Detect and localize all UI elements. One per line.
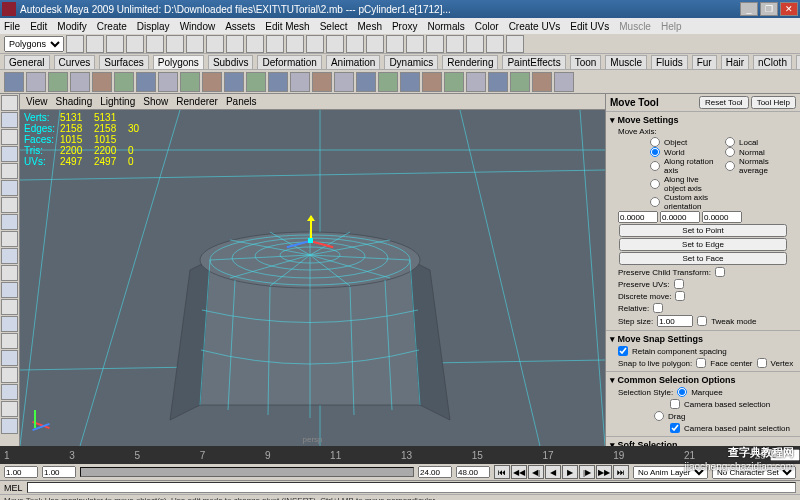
toolbar-icon[interactable] bbox=[106, 35, 124, 53]
toolbar-icon[interactable] bbox=[446, 35, 464, 53]
shelf-tab-fur[interactable]: Fur bbox=[692, 55, 717, 69]
toolbar-icon[interactable] bbox=[146, 35, 164, 53]
range-out-field[interactable] bbox=[418, 466, 452, 478]
minimize-button[interactable]: _ bbox=[740, 2, 758, 16]
toolbar-icon[interactable] bbox=[326, 35, 344, 53]
axis-radio[interactable] bbox=[650, 137, 660, 147]
reset-tool-button[interactable]: Reset Tool bbox=[699, 96, 749, 109]
shelf-tab-muscle[interactable]: Muscle bbox=[605, 55, 647, 69]
retain-spacing-check[interactable] bbox=[618, 346, 628, 356]
menu-proxy[interactable]: Proxy bbox=[392, 21, 418, 32]
axis-z-field[interactable] bbox=[702, 211, 742, 223]
play-back-button[interactable]: ◀ bbox=[545, 465, 561, 479]
axis-y[interactable] bbox=[310, 216, 312, 240]
toolbar-icon[interactable] bbox=[366, 35, 384, 53]
set-to-point-button[interactable]: Set to Point bbox=[619, 224, 786, 237]
axis-radio[interactable] bbox=[650, 147, 660, 157]
prev-key-button[interactable]: ◀| bbox=[528, 465, 544, 479]
toolbox-icon[interactable] bbox=[1, 180, 18, 196]
time-slider[interactable]: 1357911131517192123 bbox=[0, 446, 800, 464]
set-to-edge-button[interactable]: Set to Edge bbox=[619, 238, 786, 251]
axis-radio[interactable] bbox=[725, 161, 735, 171]
shelf-tab-fluids[interactable]: Fluids bbox=[651, 55, 688, 69]
shelf-tab-dynamics[interactable]: Dynamics bbox=[384, 55, 438, 69]
axis-center[interactable] bbox=[308, 238, 313, 243]
menu-edit-mesh[interactable]: Edit Mesh bbox=[265, 21, 309, 32]
toolbox-icon[interactable] bbox=[1, 129, 18, 145]
shelf-tab-surfaces[interactable]: Surfaces bbox=[99, 55, 148, 69]
shelf-icon[interactable] bbox=[334, 72, 354, 92]
go-end-button[interactable]: ⏭ bbox=[613, 465, 629, 479]
toolbar-icon[interactable] bbox=[306, 35, 324, 53]
range-in-field[interactable] bbox=[42, 466, 76, 478]
tool-help-button[interactable]: Tool Help bbox=[751, 96, 796, 109]
toolbar-icon[interactable] bbox=[346, 35, 364, 53]
toolbox-icon[interactable] bbox=[1, 299, 18, 315]
shelf-icon[interactable] bbox=[510, 72, 530, 92]
shelf-tab-deformation[interactable]: Deformation bbox=[257, 55, 321, 69]
step-fwd-button[interactable]: ▶▶ bbox=[596, 465, 612, 479]
vp-menu-lighting[interactable]: Lighting bbox=[100, 96, 135, 107]
toolbox-icon[interactable] bbox=[1, 282, 18, 298]
range-start-field[interactable] bbox=[4, 466, 38, 478]
preserve-uv-check[interactable] bbox=[674, 279, 684, 289]
shelf-tab-polygons[interactable]: Polygons bbox=[153, 55, 204, 69]
shelf-tab-custom[interactable]: Custom bbox=[796, 55, 800, 69]
toolbar-icon[interactable] bbox=[286, 35, 304, 53]
maximize-button[interactable]: ❐ bbox=[760, 2, 778, 16]
mode-dropdown[interactable]: Polygons bbox=[4, 36, 64, 52]
toolbox-icon[interactable] bbox=[1, 197, 18, 213]
shelf-tab-toon[interactable]: Toon bbox=[570, 55, 602, 69]
menu-mesh[interactable]: Mesh bbox=[357, 21, 381, 32]
cam-sel-check[interactable] bbox=[670, 399, 680, 409]
toolbar-icon[interactable] bbox=[246, 35, 264, 53]
toolbox-icon[interactable] bbox=[1, 401, 18, 417]
preserve-child-check[interactable] bbox=[715, 267, 725, 277]
toolbar-icon[interactable] bbox=[126, 35, 144, 53]
shelf-icon[interactable] bbox=[246, 72, 266, 92]
toolbar-icon[interactable] bbox=[206, 35, 224, 53]
toolbox-icon[interactable] bbox=[1, 265, 18, 281]
shelf-icon[interactable] bbox=[400, 72, 420, 92]
vertex-check[interactable] bbox=[757, 358, 767, 368]
shelf-icon[interactable] bbox=[70, 72, 90, 92]
toolbox-icon[interactable] bbox=[1, 146, 18, 162]
axis-radio[interactable] bbox=[725, 147, 735, 157]
toolbox-icon[interactable] bbox=[1, 384, 18, 400]
shelf-icon[interactable] bbox=[114, 72, 134, 92]
shelf-icon[interactable] bbox=[444, 72, 464, 92]
toolbar-icon[interactable] bbox=[486, 35, 504, 53]
marquee-radio[interactable] bbox=[677, 387, 687, 397]
axis-radio[interactable] bbox=[650, 179, 660, 189]
shelf-tab-general[interactable]: General bbox=[4, 55, 50, 69]
toolbox-icon[interactable] bbox=[1, 350, 18, 366]
shelf-icon[interactable] bbox=[422, 72, 442, 92]
section-common-sel[interactable]: Common Selection Options bbox=[610, 374, 796, 386]
shelf-icon[interactable] bbox=[180, 72, 200, 92]
menu-select[interactable]: Select bbox=[320, 21, 348, 32]
toolbox-icon[interactable] bbox=[1, 214, 18, 230]
shelf-icon[interactable] bbox=[554, 72, 574, 92]
toolbox-icon[interactable] bbox=[1, 333, 18, 349]
shelf-tab-curves[interactable]: Curves bbox=[54, 55, 96, 69]
shelf-icon[interactable] bbox=[224, 72, 244, 92]
toolbox-icon[interactable] bbox=[1, 316, 18, 332]
shelf-icon[interactable] bbox=[48, 72, 68, 92]
toolbar-icon[interactable] bbox=[266, 35, 284, 53]
range-slider-bar[interactable] bbox=[80, 467, 414, 477]
menu-edit[interactable]: Edit bbox=[30, 21, 47, 32]
shelf-tab-subdivs[interactable]: Subdivs bbox=[208, 55, 254, 69]
toolbar-icon[interactable] bbox=[386, 35, 404, 53]
menu-create-uvs[interactable]: Create UVs bbox=[509, 21, 561, 32]
toolbox-icon[interactable] bbox=[1, 231, 18, 247]
shelf-icon[interactable] bbox=[290, 72, 310, 92]
tweak-check[interactable] bbox=[697, 316, 707, 326]
close-button[interactable]: ✕ bbox=[780, 2, 798, 16]
toolbox-icon[interactable] bbox=[1, 248, 18, 264]
shelf-icon[interactable] bbox=[466, 72, 486, 92]
shelf-icon[interactable] bbox=[92, 72, 112, 92]
shelf-icon[interactable] bbox=[488, 72, 508, 92]
vp-menu-renderer[interactable]: Renderer bbox=[176, 96, 218, 107]
menu-muscle[interactable]: Muscle bbox=[619, 21, 651, 32]
menu-assets[interactable]: Assets bbox=[225, 21, 255, 32]
